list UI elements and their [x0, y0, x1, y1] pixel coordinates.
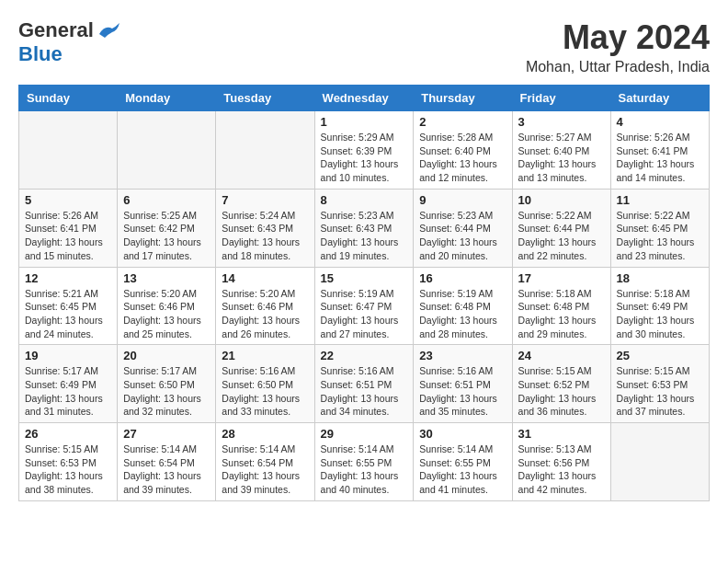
- calendar-day-22: 22Sunrise: 5:16 AM Sunset: 6:51 PM Dayli…: [314, 345, 414, 423]
- calendar-header-thursday: Thursday: [414, 86, 512, 111]
- calendar-day-18: 18Sunrise: 5:18 AM Sunset: 6:49 PM Dayli…: [610, 267, 709, 345]
- calendar-header-sunday: Sunday: [19, 86, 118, 111]
- day-number: 20: [123, 349, 210, 362]
- day-info: Sunrise: 5:16 AM Sunset: 6:50 PM Dayligh…: [222, 364, 308, 419]
- day-info: Sunrise: 5:19 AM Sunset: 6:48 PM Dayligh…: [419, 287, 506, 341]
- day-number: 27: [123, 427, 210, 441]
- calendar-day-30: 30Sunrise: 5:14 AM Sunset: 6:55 PM Dayli…: [414, 423, 512, 501]
- day-number: 31: [518, 427, 605, 441]
- calendar-day-28: 28Sunrise: 5:14 AM Sunset: 6:54 PM Dayli…: [216, 423, 314, 501]
- day-info: Sunrise: 5:28 AM Sunset: 6:40 PM Dayligh…: [419, 131, 506, 185]
- day-number: 4: [617, 115, 703, 129]
- day-info: Sunrise: 5:17 AM Sunset: 6:50 PM Dayligh…: [123, 364, 210, 419]
- calendar-day-empty: [610, 423, 709, 501]
- day-number: 8: [321, 193, 408, 207]
- day-number: 19: [25, 349, 111, 362]
- day-number: 1: [321, 115, 408, 129]
- day-info: Sunrise: 5:23 AM Sunset: 6:44 PM Dayligh…: [419, 209, 506, 263]
- calendar-day-27: 27Sunrise: 5:14 AM Sunset: 6:54 PM Dayli…: [118, 423, 216, 501]
- day-info: Sunrise: 5:14 AM Sunset: 6:54 PM Dayligh…: [222, 442, 308, 497]
- title-section: May 2024 Mohan, Uttar Pradesh, India: [526, 18, 710, 75]
- calendar-day-11: 11Sunrise: 5:22 AM Sunset: 6:45 PM Dayli…: [610, 189, 709, 267]
- calendar-day-2: 2Sunrise: 5:28 AM Sunset: 6:40 PM Daylig…: [414, 111, 512, 190]
- day-info: Sunrise: 5:26 AM Sunset: 6:41 PM Dayligh…: [617, 131, 703, 185]
- day-number: 30: [419, 427, 506, 441]
- day-number: 24: [518, 349, 605, 362]
- calendar-day-29: 29Sunrise: 5:14 AM Sunset: 6:55 PM Dayli…: [314, 423, 414, 501]
- day-info: Sunrise: 5:14 AM Sunset: 6:55 PM Dayligh…: [321, 442, 408, 497]
- day-info: Sunrise: 5:16 AM Sunset: 6:51 PM Dayligh…: [419, 364, 506, 419]
- day-info: Sunrise: 5:21 AM Sunset: 6:45 PM Dayligh…: [25, 287, 111, 341]
- calendar-day-7: 7Sunrise: 5:24 AM Sunset: 6:43 PM Daylig…: [216, 189, 314, 267]
- day-info: Sunrise: 5:20 AM Sunset: 6:46 PM Dayligh…: [222, 287, 308, 341]
- calendar-day-9: 9Sunrise: 5:23 AM Sunset: 6:44 PM Daylig…: [414, 189, 512, 267]
- day-number: 18: [617, 271, 703, 285]
- calendar-week-5: 26Sunrise: 5:15 AM Sunset: 6:53 PM Dayli…: [19, 423, 710, 501]
- day-number: 16: [419, 271, 506, 285]
- day-number: 29: [321, 427, 408, 441]
- calendar-day-6: 6Sunrise: 5:25 AM Sunset: 6:42 PM Daylig…: [118, 189, 216, 267]
- day-info: Sunrise: 5:17 AM Sunset: 6:49 PM Dayligh…: [25, 364, 111, 419]
- calendar-day-4: 4Sunrise: 5:26 AM Sunset: 6:41 PM Daylig…: [610, 111, 709, 190]
- day-info: Sunrise: 5:14 AM Sunset: 6:55 PM Dayligh…: [419, 442, 506, 497]
- calendar-header-saturday: Saturday: [610, 86, 709, 111]
- day-info: Sunrise: 5:15 AM Sunset: 6:53 PM Dayligh…: [25, 442, 111, 497]
- day-number: 2: [419, 115, 506, 129]
- calendar-day-17: 17Sunrise: 5:18 AM Sunset: 6:48 PM Dayli…: [512, 267, 610, 345]
- calendar-day-empty: [19, 111, 118, 190]
- day-info: Sunrise: 5:15 AM Sunset: 6:52 PM Dayligh…: [518, 364, 605, 419]
- day-number: 26: [25, 427, 111, 441]
- calendar-day-empty: [216, 111, 314, 190]
- day-info: Sunrise: 5:15 AM Sunset: 6:53 PM Dayligh…: [617, 364, 703, 419]
- day-number: 11: [617, 193, 703, 207]
- logo-bird-icon: [96, 21, 121, 40]
- calendar-day-24: 24Sunrise: 5:15 AM Sunset: 6:52 PM Dayli…: [512, 345, 610, 423]
- day-info: Sunrise: 5:29 AM Sunset: 6:39 PM Dayligh…: [321, 131, 408, 185]
- calendar-week-4: 19Sunrise: 5:17 AM Sunset: 6:49 PM Dayli…: [19, 345, 710, 423]
- day-number: 12: [25, 271, 111, 285]
- calendar-day-empty: [118, 111, 216, 190]
- day-info: Sunrise: 5:25 AM Sunset: 6:42 PM Dayligh…: [123, 209, 210, 263]
- day-number: 22: [321, 349, 408, 362]
- day-info: Sunrise: 5:19 AM Sunset: 6:47 PM Dayligh…: [321, 287, 408, 341]
- calendar-day-21: 21Sunrise: 5:16 AM Sunset: 6:50 PM Dayli…: [216, 345, 314, 423]
- calendar-table: SundayMondayTuesdayWednesdayThursdayFrid…: [18, 85, 710, 501]
- calendar-day-13: 13Sunrise: 5:20 AM Sunset: 6:46 PM Dayli…: [118, 267, 216, 345]
- day-number: 21: [222, 349, 308, 362]
- day-number: 15: [321, 271, 408, 285]
- logo: General Blue: [18, 18, 121, 66]
- day-info: Sunrise: 5:23 AM Sunset: 6:43 PM Dayligh…: [321, 209, 408, 263]
- calendar-header-monday: Monday: [118, 86, 216, 111]
- calendar-day-8: 8Sunrise: 5:23 AM Sunset: 6:43 PM Daylig…: [314, 189, 414, 267]
- day-number: 9: [419, 193, 506, 207]
- calendar-day-31: 31Sunrise: 5:13 AM Sunset: 6:56 PM Dayli…: [512, 423, 610, 501]
- calendar-day-5: 5Sunrise: 5:26 AM Sunset: 6:41 PM Daylig…: [19, 189, 118, 267]
- day-number: 25: [617, 349, 703, 362]
- calendar-day-14: 14Sunrise: 5:20 AM Sunset: 6:46 PM Dayli…: [216, 267, 314, 345]
- day-number: 28: [222, 427, 308, 441]
- logo-blue: Blue: [18, 42, 63, 66]
- calendar-header-tuesday: Tuesday: [216, 86, 314, 111]
- day-info: Sunrise: 5:27 AM Sunset: 6:40 PM Dayligh…: [518, 131, 605, 185]
- day-info: Sunrise: 5:26 AM Sunset: 6:41 PM Dayligh…: [25, 209, 111, 263]
- calendar-week-1: 1Sunrise: 5:29 AM Sunset: 6:39 PM Daylig…: [19, 111, 710, 190]
- month-title: May 2024: [526, 18, 710, 57]
- calendar-day-1: 1Sunrise: 5:29 AM Sunset: 6:39 PM Daylig…: [314, 111, 414, 190]
- day-number: 7: [222, 193, 308, 207]
- calendar-day-23: 23Sunrise: 5:16 AM Sunset: 6:51 PM Dayli…: [414, 345, 512, 423]
- day-info: Sunrise: 5:14 AM Sunset: 6:54 PM Dayligh…: [123, 442, 210, 497]
- calendar-header-friday: Friday: [512, 86, 610, 111]
- day-info: Sunrise: 5:13 AM Sunset: 6:56 PM Dayligh…: [518, 442, 605, 497]
- location-title: Mohan, Uttar Pradesh, India: [526, 59, 710, 75]
- day-number: 17: [518, 271, 605, 285]
- day-info: Sunrise: 5:24 AM Sunset: 6:43 PM Dayligh…: [222, 209, 308, 263]
- day-number: 5: [25, 193, 111, 207]
- day-info: Sunrise: 5:16 AM Sunset: 6:51 PM Dayligh…: [321, 364, 408, 419]
- calendar-day-10: 10Sunrise: 5:22 AM Sunset: 6:44 PM Dayli…: [512, 189, 610, 267]
- calendar-day-12: 12Sunrise: 5:21 AM Sunset: 6:45 PM Dayli…: [19, 267, 118, 345]
- day-info: Sunrise: 5:20 AM Sunset: 6:46 PM Dayligh…: [123, 287, 210, 341]
- day-info: Sunrise: 5:18 AM Sunset: 6:49 PM Dayligh…: [617, 287, 703, 341]
- day-number: 13: [123, 271, 210, 285]
- calendar-day-15: 15Sunrise: 5:19 AM Sunset: 6:47 PM Dayli…: [314, 267, 414, 345]
- calendar-week-2: 5Sunrise: 5:26 AM Sunset: 6:41 PM Daylig…: [19, 189, 710, 267]
